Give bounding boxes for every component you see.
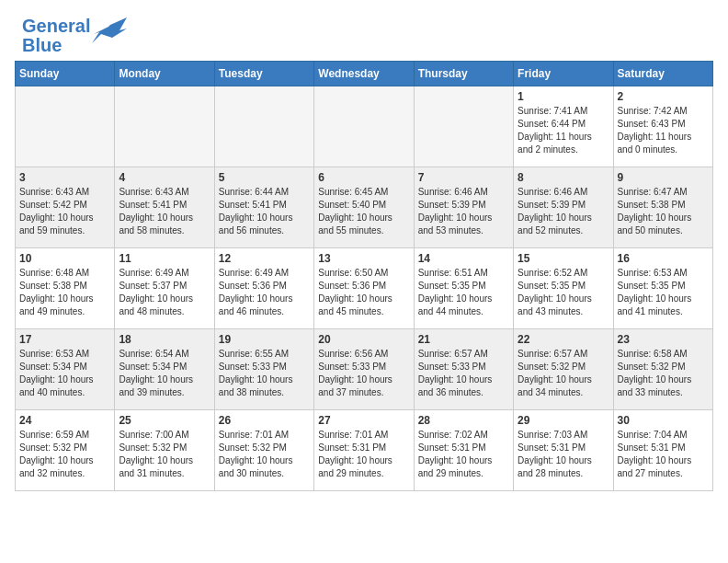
day-cell: 11 Sunrise: 6:49 AM Sunset: 5:37 PM Dayl… xyxy=(115,248,214,329)
day-info: Sunrise: 7:01 AM Sunset: 5:32 PM Dayligh… xyxy=(219,429,310,480)
daylight-label: Daylight: 10 hours and 48 minutes. xyxy=(119,293,193,316)
day-number: 9 xyxy=(618,171,709,184)
day-cell: 1 Sunrise: 7:41 AM Sunset: 6:44 PM Dayli… xyxy=(514,86,613,167)
day-info: Sunrise: 7:03 AM Sunset: 5:31 PM Dayligh… xyxy=(518,429,609,480)
sunrise-label: Sunrise: 6:58 AM xyxy=(618,349,688,359)
day-cell: 18 Sunrise: 6:54 AM Sunset: 5:34 PM Dayl… xyxy=(115,329,214,410)
day-info: Sunrise: 6:53 AM Sunset: 5:35 PM Dayligh… xyxy=(618,267,709,318)
day-info: Sunrise: 6:45 AM Sunset: 5:40 PM Dayligh… xyxy=(318,186,409,237)
sunset-label: Sunset: 5:42 PM xyxy=(19,200,87,210)
sunrise-label: Sunrise: 7:42 AM xyxy=(618,106,688,116)
day-info: Sunrise: 7:02 AM Sunset: 5:31 PM Dayligh… xyxy=(418,429,509,480)
daylight-label: Daylight: 10 hours and 40 minutes. xyxy=(19,374,94,397)
sunrise-label: Sunrise: 6:53 AM xyxy=(19,349,89,359)
day-number: 20 xyxy=(318,333,409,346)
day-cell: 5 Sunrise: 6:44 AM Sunset: 5:41 PM Dayli… xyxy=(214,167,313,248)
day-headers-row: SundayMondayTuesdayWednesdayThursdayFrid… xyxy=(16,62,713,86)
logo-bird-icon xyxy=(92,17,127,47)
day-info: Sunrise: 7:41 AM Sunset: 6:44 PM Dayligh… xyxy=(518,105,609,156)
sunrise-label: Sunrise: 7:02 AM xyxy=(418,430,488,440)
daylight-label: Daylight: 10 hours and 38 minutes. xyxy=(219,374,293,397)
day-info: Sunrise: 6:54 AM Sunset: 5:34 PM Dayligh… xyxy=(119,348,210,399)
day-info: Sunrise: 6:48 AM Sunset: 5:38 PM Dayligh… xyxy=(19,267,110,318)
logo: General Blue xyxy=(22,17,127,55)
day-number: 10 xyxy=(19,252,110,265)
daylight-label: Daylight: 10 hours and 32 minutes. xyxy=(19,455,94,478)
day-number: 13 xyxy=(318,252,409,265)
sunrise-label: Sunrise: 6:55 AM xyxy=(219,349,289,359)
day-number: 26 xyxy=(219,414,310,427)
day-number: 7 xyxy=(418,171,509,184)
sunrise-label: Sunrise: 6:47 AM xyxy=(618,187,688,197)
daylight-label: Daylight: 11 hours and 2 minutes. xyxy=(518,132,592,155)
sunrise-label: Sunrise: 6:44 AM xyxy=(219,187,289,197)
day-cell: 17 Sunrise: 6:53 AM Sunset: 5:34 PM Dayl… xyxy=(16,329,115,410)
sunset-label: Sunset: 6:44 PM xyxy=(518,119,586,129)
sunset-label: Sunset: 5:35 PM xyxy=(618,281,686,291)
week-row-4: 17 Sunrise: 6:53 AM Sunset: 5:34 PM Dayl… xyxy=(16,329,713,410)
week-row-5: 24 Sunrise: 6:59 AM Sunset: 5:32 PM Dayl… xyxy=(16,410,713,491)
day-info: Sunrise: 6:49 AM Sunset: 5:37 PM Dayligh… xyxy=(119,267,210,318)
sunrise-label: Sunrise: 6:52 AM xyxy=(518,268,587,278)
day-info: Sunrise: 6:58 AM Sunset: 5:32 PM Dayligh… xyxy=(618,348,709,399)
day-header-friday: Friday xyxy=(514,62,613,86)
day-number: 15 xyxy=(518,252,609,265)
daylight-label: Daylight: 10 hours and 41 minutes. xyxy=(618,293,692,316)
sunset-label: Sunset: 5:36 PM xyxy=(219,281,287,291)
sunset-label: Sunset: 5:32 PM xyxy=(19,442,87,453)
daylight-label: Daylight: 10 hours and 29 minutes. xyxy=(318,455,392,478)
day-info: Sunrise: 6:51 AM Sunset: 5:35 PM Dayligh… xyxy=(418,267,509,318)
day-number: 5 xyxy=(219,171,310,184)
daylight-label: Daylight: 10 hours and 34 minutes. xyxy=(518,374,592,397)
day-cell: 13 Sunrise: 6:50 AM Sunset: 5:36 PM Dayl… xyxy=(314,248,414,329)
day-header-monday: Monday xyxy=(115,62,214,86)
day-number: 29 xyxy=(518,414,609,427)
day-info: Sunrise: 7:00 AM Sunset: 5:32 PM Dayligh… xyxy=(119,429,210,480)
day-cell xyxy=(214,86,313,167)
sunrise-label: Sunrise: 6:57 AM xyxy=(418,349,488,359)
sunrise-label: Sunrise: 6:57 AM xyxy=(518,349,587,359)
sunset-label: Sunset: 5:38 PM xyxy=(19,281,87,291)
day-cell: 10 Sunrise: 6:48 AM Sunset: 5:38 PM Dayl… xyxy=(16,248,115,329)
day-cell xyxy=(16,86,115,167)
day-cell: 30 Sunrise: 7:04 AM Sunset: 5:31 PM Dayl… xyxy=(613,410,712,491)
sunset-label: Sunset: 5:33 PM xyxy=(318,362,386,372)
sunrise-label: Sunrise: 7:04 AM xyxy=(618,430,688,440)
sunset-label: Sunset: 5:35 PM xyxy=(518,281,586,291)
day-number: 3 xyxy=(19,171,110,184)
day-cell: 26 Sunrise: 7:01 AM Sunset: 5:32 PM Dayl… xyxy=(214,410,313,491)
page-container: General Blue SundayMondayTuesdayWednesda… xyxy=(0,0,728,506)
calendar: SundayMondayTuesdayWednesdayThursdayFrid… xyxy=(0,61,728,506)
day-header-sunday: Sunday xyxy=(16,62,115,86)
sunset-label: Sunset: 5:35 PM xyxy=(418,281,486,291)
daylight-label: Daylight: 10 hours and 52 minutes. xyxy=(518,213,592,236)
day-number: 27 xyxy=(318,414,409,427)
sunrise-label: Sunrise: 7:00 AM xyxy=(119,430,188,440)
day-header-wednesday: Wednesday xyxy=(314,62,414,86)
sunrise-label: Sunrise: 6:50 AM xyxy=(318,268,388,278)
day-info: Sunrise: 6:53 AM Sunset: 5:34 PM Dayligh… xyxy=(19,348,110,399)
day-cell: 15 Sunrise: 6:52 AM Sunset: 5:35 PM Dayl… xyxy=(514,248,613,329)
day-number: 16 xyxy=(618,252,709,265)
sunset-label: Sunset: 5:39 PM xyxy=(418,200,486,210)
day-info: Sunrise: 6:43 AM Sunset: 5:41 PM Dayligh… xyxy=(119,186,210,237)
sunset-label: Sunset: 5:31 PM xyxy=(518,442,586,453)
sunset-label: Sunset: 5:33 PM xyxy=(219,362,287,372)
sunset-label: Sunset: 5:31 PM xyxy=(618,442,686,453)
day-cell: 19 Sunrise: 6:55 AM Sunset: 5:33 PM Dayl… xyxy=(214,329,313,410)
sunset-label: Sunset: 5:31 PM xyxy=(318,442,386,453)
calendar-table: SundayMondayTuesdayWednesdayThursdayFrid… xyxy=(15,61,713,491)
day-info: Sunrise: 6:47 AM Sunset: 5:38 PM Dayligh… xyxy=(618,186,709,237)
daylight-label: Daylight: 10 hours and 44 minutes. xyxy=(418,293,493,316)
day-info: Sunrise: 6:59 AM Sunset: 5:32 PM Dayligh… xyxy=(19,429,110,480)
day-info: Sunrise: 6:43 AM Sunset: 5:42 PM Dayligh… xyxy=(19,186,110,237)
day-number: 17 xyxy=(19,333,110,346)
sunrise-label: Sunrise: 6:59 AM xyxy=(19,430,89,440)
day-number: 1 xyxy=(518,90,609,103)
sunset-label: Sunset: 5:37 PM xyxy=(119,281,187,291)
daylight-label: Daylight: 10 hours and 29 minutes. xyxy=(418,455,493,478)
sunset-label: Sunset: 5:32 PM xyxy=(518,362,586,372)
sunrise-label: Sunrise: 6:49 AM xyxy=(119,268,188,278)
sunrise-label: Sunrise: 6:56 AM xyxy=(318,349,388,359)
daylight-label: Daylight: 10 hours and 46 minutes. xyxy=(219,293,293,316)
